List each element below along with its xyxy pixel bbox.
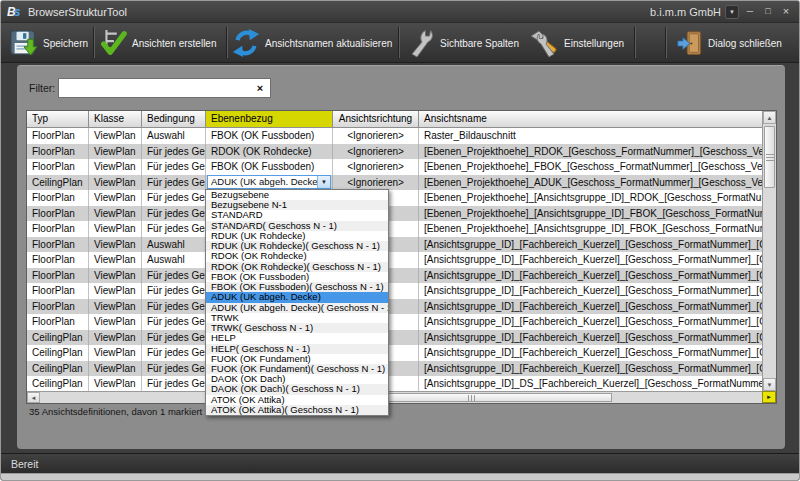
combobox-dropdown-icon[interactable]: ▼ <box>317 176 330 188</box>
cell-bedingung: Für jedes Geschoß <box>142 159 206 175</box>
table-row[interactable]: FloorPlan ViewPlan Für jedes Geschoß [An… <box>27 283 762 299</box>
dropdown-item[interactable]: RDUK (UK Rohdecke)( Geschoss N - 1) <box>206 241 388 251</box>
dropdown-item[interactable]: STANDARD( Geschoss N - 1) <box>206 221 388 231</box>
close-dialog-button[interactable]: Dialog schließen <box>677 23 782 63</box>
cell-klasse: ViewPlan <box>89 314 142 330</box>
cell-ansichtsname: [Ebenen_Projekthoehe]_RDOK_[Geschoss_For… <box>419 144 762 160</box>
table-row[interactable]: FloorPlan ViewPlan Auswahl FBOK (OK Fuss… <box>27 128 762 144</box>
table-row[interactable]: CeilingPlan ViewPlan Für jedes Geschoß [… <box>27 376 762 391</box>
dropdown-item[interactable]: Bezugsebene <box>206 190 388 200</box>
toolbar-button-label: Ansichtsnamen aktualisieren <box>265 38 392 49</box>
dropdown-item[interactable]: HELP( Geschoss N - 1) <box>206 344 388 354</box>
cell-ansichtsname: [Ansichtsgruppe_ID]_[Fachbereich_Kuerzel… <box>419 283 762 299</box>
table-row[interactable]: CeilingPlan ViewPlan Für jedes Geschoß [… <box>27 345 762 361</box>
table-row[interactable]: FloorPlan ViewPlan Für jedes Geschoß RDO… <box>27 144 762 160</box>
dropdown-item[interactable]: HELP <box>206 333 388 343</box>
table-row[interactable]: FloorPlan ViewPlan Für jedes Geschoß [An… <box>27 268 762 284</box>
column-header-typ[interactable]: Typ <box>27 111 89 128</box>
dropdown-item[interactable]: RDOK (OK Rohdecke) <box>206 251 388 261</box>
column-header-klasse[interactable]: Klasse <box>89 111 142 128</box>
scroll-left-button[interactable]: ◄ <box>27 392 40 403</box>
dropdown-item[interactable]: ATOK (OK Attika)( Geschoss N - 1) <box>206 405 388 415</box>
table-row[interactable]: FloorPlan ViewPlan Auswahl [Ansichtsgrup… <box>27 252 762 268</box>
cell-klasse: ViewPlan <box>89 237 142 253</box>
column-header-ebenenbezug[interactable]: Ebenenbezug <box>206 111 333 128</box>
toolbar-separator <box>665 27 667 58</box>
settings-button[interactable]: Einstellungen <box>528 23 624 63</box>
dropdown-item[interactable]: TRWK( Geschoss N - 1) <box>206 323 388 333</box>
filter-clear-icon[interactable]: × <box>253 81 267 95</box>
status-text: Bereit <box>11 458 38 470</box>
minimize-button[interactable]: ─ <box>743 5 757 19</box>
table-row[interactable]: CeilingPlan ViewPlan Für jedes Geschoß [… <box>27 330 762 346</box>
visible-columns-button[interactable]: Sichtbare Spalten <box>404 23 519 63</box>
column-header-bedingung[interactable]: Bedingung <box>142 111 206 128</box>
dropdown-item[interactable]: DAOK (OK Dach)( Geschoss N - 1) <box>206 384 388 394</box>
cell-bedingung: Für jedes Geschoß <box>142 190 206 206</box>
dropdown-item[interactable]: TRWK <box>206 313 388 323</box>
cell-ansichtsname: [Ansichtsgruppe_ID]_[Fachbereich_Kuerzel… <box>419 314 762 330</box>
cell-ansichtsname: [Ansichtsgruppe_ID]_DS_[Fachbereich_Kuer… <box>419 376 762 391</box>
table-row[interactable]: CeilingPlan ViewPlan Für jedes Geschoß A… <box>27 175 762 191</box>
cell-ansichtsname: [Ansichtsgruppe_ID]_[Fachbereich_Kuerzel… <box>419 237 762 253</box>
window-menu-button[interactable]: ▼ <box>725 5 739 19</box>
filter-input[interactable] <box>61 80 251 96</box>
dropdown-item[interactable]: STANDARD <box>206 210 388 220</box>
dropdown-item[interactable]: RDUK (UK Rohdecke) <box>206 231 388 241</box>
table-row[interactable]: FloorPlan ViewPlan Für jedes Geschoß [Eb… <box>27 221 762 237</box>
create-views-button[interactable]: Ansichten erstellen <box>98 23 217 63</box>
maximize-button[interactable]: □ <box>761 5 775 19</box>
table-row[interactable]: FloorPlan ViewPlan Für jedes Geschoß [Eb… <box>27 190 762 206</box>
dropdown-item[interactable]: FUOK (OK Fundament) <box>206 354 388 364</box>
ebenenbezug-combobox[interactable]: ADUK (UK abgeh. Decke)▼ <box>207 175 331 189</box>
toolbar-button-label: Ansichten erstellen <box>132 38 217 49</box>
cell-klasse: ViewPlan <box>89 159 142 175</box>
table-row[interactable]: FloorPlan ViewPlan Für jedes Geschoß [Eb… <box>27 206 762 222</box>
cell-klasse: ViewPlan <box>89 268 142 284</box>
scroll-right-button[interactable]: ► <box>762 391 776 403</box>
table-row[interactable]: CeilingPlan ViewPlan Für jedes Geschoß [… <box>27 361 762 377</box>
cell-ansichtsname: [Ebenen_Projekthoehe]_[Ansichtsgruppe_ID… <box>419 190 762 206</box>
cell-typ: CeilingPlan <box>27 345 89 361</box>
cell-typ: FloorPlan <box>27 144 89 160</box>
column-header-ansichtsrichtung[interactable]: Ansichtsrichtung <box>333 111 419 128</box>
vertical-scroll-thumb[interactable] <box>764 126 775 188</box>
dropdown-item[interactable]: FBOK (OK Fussboden) <box>206 272 388 282</box>
toolbar-button-label: Speichern <box>43 38 88 49</box>
cell-typ: FloorPlan <box>27 314 89 330</box>
toolbar-button-label: Sichtbare Spalten <box>440 38 519 49</box>
update-view-names-button[interactable]: Ansichtsnamen aktualisieren <box>231 23 392 63</box>
cell-ebenenbezug: RDOK (OK Rohdecke) <box>206 144 333 160</box>
combobox-value: ADUK (UK abgeh. Decke) <box>208 176 317 188</box>
dropdown-item-selected[interactable]: ADUK (UK abgeh. Decke) <box>206 292 388 302</box>
table-row[interactable]: FloorPlan ViewPlan Für jedes Geschoß [An… <box>27 314 762 330</box>
table-row[interactable]: FloorPlan ViewPlan Für jedes Geschoß [An… <box>27 299 762 315</box>
cell-ansichtsname: [Ansichtsgruppe_ID]_[Fachbereich_Kuerzel… <box>419 330 762 346</box>
save-button[interactable]: Speichern <box>9 23 88 63</box>
dropdown-item[interactable]: FBOK (OK Fussboden)( Geschoss N - 1) <box>206 282 388 292</box>
cell-ansichtsname: [Ansichtsgruppe_ID]_[Fachbereich_Kuerzel… <box>419 361 762 377</box>
dropdown-item[interactable]: RDOK (OK Rohdecke)( Geschoss N - 1) <box>206 262 388 272</box>
scroll-up-button[interactable]: ▲ <box>763 111 776 124</box>
dropdown-item[interactable]: ADUK (UK abgeh. Decke)( Geschoss N - 1) <box>206 303 388 313</box>
table-row[interactable]: FloorPlan ViewPlan Auswahl [Ansichtsgrup… <box>27 237 762 253</box>
dropdown-item[interactable]: ATOK (OK Attika) <box>206 395 388 405</box>
dropdown-item[interactable]: DAOK (OK Dach) <box>206 374 388 384</box>
cell-klasse: ViewPlan <box>89 206 142 222</box>
cell-bedingung: Für jedes Geschoß <box>142 330 206 346</box>
close-button[interactable]: × <box>779 5 793 19</box>
cell-bedingung: Auswahl <box>142 237 206 253</box>
scroll-grip <box>468 395 477 401</box>
cell-ansichtsname: [Ansichtsgruppe_ID]_[Fachbereich_Kuerzel… <box>419 299 762 315</box>
column-header-ansichtsname[interactable]: Ansichtsname <box>419 111 762 128</box>
cell-ansichtsrichtung: <Ignorieren> <box>333 128 419 144</box>
horizontal-scrollbar[interactable]: ◄ <box>27 391 762 403</box>
table-row[interactable]: FloorPlan ViewPlan Für jedes Geschoß FBO… <box>27 159 762 175</box>
dropdown-item[interactable]: Bezugsebene N-1 <box>206 200 388 210</box>
scroll-down-button[interactable]: ▼ <box>763 378 776 391</box>
vertical-scrollbar[interactable]: ▲ ▼ <box>762 111 776 391</box>
refresh-arrows-icon <box>231 28 261 58</box>
toolbar-separator <box>226 27 228 58</box>
dropdown-item[interactable]: FUOK (OK Fundament)( Geschoss N - 1) <box>206 364 388 374</box>
title-bar[interactable]: Bs BrowserStrukturTool b.i.m.m GmbH ▼ ─ … <box>1 1 799 23</box>
